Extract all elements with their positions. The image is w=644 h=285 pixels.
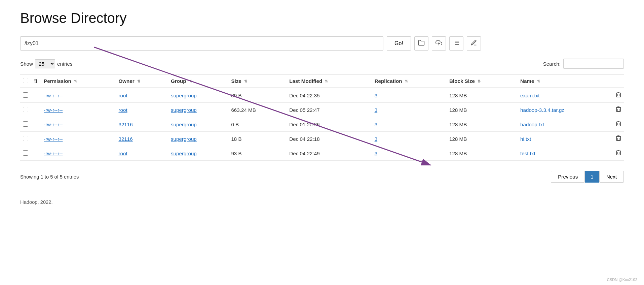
owner-link-1[interactable]: root xyxy=(118,107,127,113)
filename-link-4[interactable]: test.txt xyxy=(520,151,535,156)
go-button[interactable]: Go! xyxy=(387,36,411,51)
owner-link-3[interactable]: 32116 xyxy=(118,136,132,142)
folder-icon xyxy=(418,39,425,48)
list-icon xyxy=(453,39,460,48)
previous-button[interactable]: Previous xyxy=(551,171,585,183)
next-button[interactable]: Next xyxy=(599,171,624,183)
replication-link-3[interactable]: 3 xyxy=(375,136,377,142)
table-row: -rw-r--r-- root supergroup 663.24 MB Dec… xyxy=(20,103,624,117)
delete-icon-4[interactable] xyxy=(616,151,621,157)
filename-link-0[interactable]: exam.txt xyxy=(520,93,539,98)
last-modified-cell-0: Dec 04 22:35 xyxy=(287,88,372,103)
upload-icon xyxy=(435,39,442,48)
group-link-1[interactable]: supergroup xyxy=(171,107,197,113)
row-checkbox-0[interactable] xyxy=(23,92,28,98)
col-last-modified: Last Modified ⇅ xyxy=(287,74,372,88)
size-cell-1: 663.24 MB xyxy=(228,103,287,117)
table-row: -rw-r--r-- 32116 supergroup 0 B Dec 01 2… xyxy=(20,117,624,132)
svg-rect-16 xyxy=(616,136,620,140)
filename-link-2[interactable]: hadoop.txt xyxy=(520,122,544,127)
replication-link-4[interactable]: 3 xyxy=(375,151,377,156)
group-link-4[interactable]: supergroup xyxy=(171,151,197,156)
list-icon-button[interactable] xyxy=(449,36,463,51)
delete-icon-1[interactable] xyxy=(616,107,621,113)
block-size-cell-3: 128 MB xyxy=(447,132,518,146)
rename-icon-button[interactable] xyxy=(467,36,481,51)
block-size-cell-2: 128 MB xyxy=(447,117,518,132)
filename-link-1[interactable]: hadoop-3.3.4.tar.gz xyxy=(520,107,564,113)
footer: Hadoop, 2022. xyxy=(20,199,624,205)
show-label: Show xyxy=(20,61,33,67)
controls-row: Show 10 25 50 100 entries Search: xyxy=(20,59,624,69)
name-sort-icon[interactable]: ⇅ xyxy=(537,79,540,84)
row-checkbox-1[interactable] xyxy=(23,107,28,112)
files-table: ⇅ Permission ⇅ Owner ⇅ Group ⇅ Size ⇅ La… xyxy=(20,74,624,161)
table-row: -rw-r--r-- root supergroup 89 B Dec 04 2… xyxy=(20,88,624,103)
col-permission: Permission ⇅ xyxy=(41,74,116,88)
row-checkbox-2[interactable] xyxy=(23,121,28,127)
group-link-2[interactable]: supergroup xyxy=(171,122,197,127)
size-sort-icon[interactable]: ⇅ xyxy=(244,79,247,84)
permission-link-1[interactable]: -rw-r--r-- xyxy=(44,107,63,113)
search-box: Search: xyxy=(543,59,624,69)
col-block-size: Block Size ⇅ xyxy=(447,74,518,88)
replication-link-2[interactable]: 3 xyxy=(375,122,377,127)
table-row: -rw-r--r-- root supergroup 93 B Dec 04 2… xyxy=(20,146,624,161)
filename-link-3[interactable]: hi.txt xyxy=(520,136,531,142)
permission-link-4[interactable]: -rw-r--r-- xyxy=(44,151,63,156)
owner-link-2[interactable]: 32116 xyxy=(118,122,132,127)
table-row: -rw-r--r-- 32116 supergroup 18 B Dec 04 … xyxy=(20,132,624,146)
upload-icon-button[interactable] xyxy=(432,36,446,51)
svg-rect-19 xyxy=(616,151,620,155)
entries-select[interactable]: 10 25 50 100 xyxy=(35,59,55,68)
col-owner: Owner ⇅ xyxy=(116,74,168,88)
pagination: Previous 1 Next xyxy=(551,171,624,183)
col-group: Group ⇅ xyxy=(168,74,228,88)
showing-text: Showing 1 to 5 of 5 entries xyxy=(20,174,79,180)
path-input[interactable] xyxy=(20,36,383,51)
replication-link-0[interactable]: 3 xyxy=(375,93,377,98)
delete-icon-0[interactable] xyxy=(616,93,621,99)
svg-rect-13 xyxy=(616,122,620,126)
page-title: Browse Directory xyxy=(20,10,624,26)
col-replication: Replication ⇅ xyxy=(372,74,447,88)
sort-all-icon[interactable]: ⇅ xyxy=(34,79,38,84)
row-checkbox-3[interactable] xyxy=(23,136,28,141)
row-checkbox-4[interactable] xyxy=(23,150,28,156)
replication-link-1[interactable]: 3 xyxy=(375,107,377,113)
entries-label: entries xyxy=(57,61,73,67)
last-modified-cell-3: Dec 04 22:18 xyxy=(287,132,372,146)
block-size-sort-icon[interactable]: ⇅ xyxy=(478,79,481,84)
owner-link-0[interactable]: root xyxy=(118,93,127,98)
replication-sort-icon[interactable]: ⇅ xyxy=(405,79,408,84)
size-cell-2: 0 B xyxy=(228,117,287,132)
size-cell-0: 89 B xyxy=(228,88,287,103)
group-link-3[interactable]: supergroup xyxy=(171,136,197,142)
block-size-cell-1: 128 MB xyxy=(447,103,518,117)
watermark: CSDN @Kox2102 xyxy=(607,278,637,282)
page-1-button[interactable]: 1 xyxy=(585,171,599,183)
permission-link-0[interactable]: -rw-r--r-- xyxy=(44,93,63,98)
owner-sort-icon[interactable]: ⇅ xyxy=(137,79,140,84)
last-modified-cell-1: Dec 05 22:47 xyxy=(287,103,372,117)
permission-sort-icon[interactable]: ⇅ xyxy=(74,79,77,84)
svg-rect-7 xyxy=(616,93,620,97)
last-modified-cell-4: Dec 04 22:49 xyxy=(287,146,372,161)
svg-rect-10 xyxy=(616,107,620,112)
permission-link-3[interactable]: -rw-r--r-- xyxy=(44,136,63,142)
size-cell-3: 18 B xyxy=(228,132,287,146)
permission-link-2[interactable]: -rw-r--r-- xyxy=(44,122,63,127)
group-sort-icon[interactable]: ⇅ xyxy=(189,79,192,84)
last-modified-sort-icon[interactable]: ⇅ xyxy=(325,79,328,84)
block-size-cell-0: 128 MB xyxy=(447,88,518,103)
delete-icon-2[interactable] xyxy=(616,122,621,128)
owner-link-4[interactable]: root xyxy=(118,151,127,156)
folder-icon-button[interactable] xyxy=(414,36,428,51)
search-input[interactable] xyxy=(563,59,624,69)
delete-icon-3[interactable] xyxy=(616,136,621,142)
col-size: Size ⇅ xyxy=(228,74,287,88)
group-link-0[interactable]: supergroup xyxy=(171,93,197,98)
block-size-cell-4: 128 MB xyxy=(447,146,518,161)
toolbar: Go! xyxy=(20,36,624,51)
select-all-checkbox[interactable] xyxy=(23,78,28,83)
